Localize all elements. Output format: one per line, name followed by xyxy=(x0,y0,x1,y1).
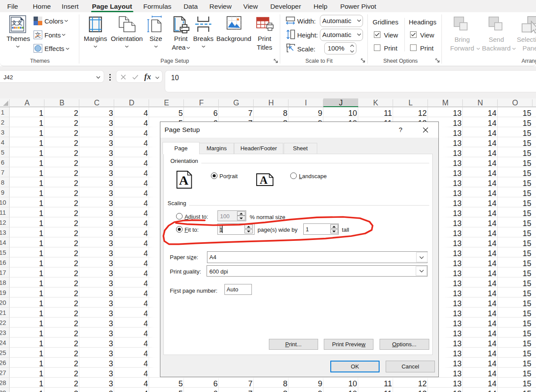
svg-text:文: 文 xyxy=(35,31,41,38)
svg-text:A: A xyxy=(259,174,267,186)
svg-text:A: A xyxy=(179,173,189,187)
svg-text:文文: 文文 xyxy=(11,20,23,26)
